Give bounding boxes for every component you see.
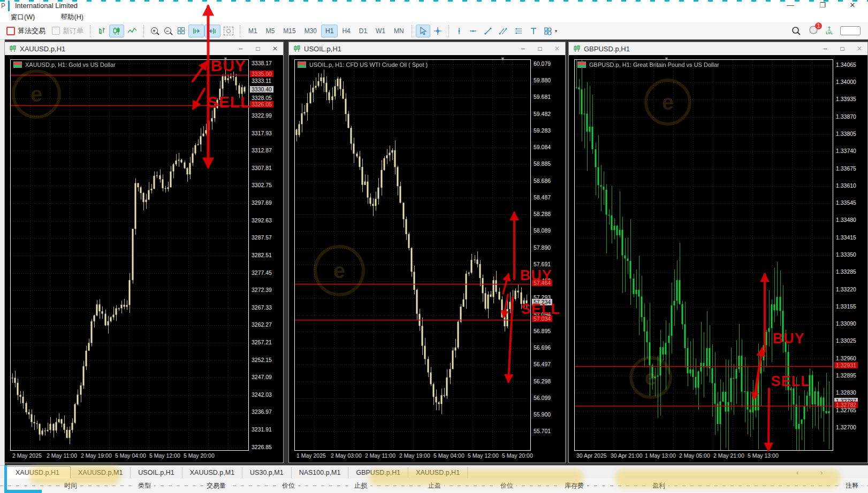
shapes-icon — [544, 27, 552, 35]
toolbox-column-止损: 止损 — [351, 481, 370, 490]
timeframe-h4[interactable]: H4 — [338, 25, 354, 37]
timeframe-m5[interactable]: M5 — [262, 25, 279, 37]
price-tick: 58.089 — [534, 227, 551, 234]
search-icon[interactable] — [791, 26, 801, 36]
candlestick-icon — [112, 27, 121, 35]
zoom-in-button[interactable]: + — [148, 26, 161, 36]
chart-window-titlebar[interactable]: USOIL.p,H1 – □ ✕ — [289, 42, 565, 56]
menu-help[interactable]: 帮助(H) — [56, 12, 89, 23]
timeframe-w1[interactable]: W1 — [372, 25, 389, 37]
price-tick: 3282.51 — [252, 252, 272, 258]
lvl-label: LVL — [826, 31, 833, 35]
toolbox-column-止盈: 止盈 — [425, 481, 444, 490]
bar-chart-mode-button[interactable] — [95, 25, 109, 37]
window-minimize-button[interactable]: – — [519, 45, 527, 52]
tab-XAUUSD.p,M1[interactable]: XAUUSD.p,M1 — [71, 467, 131, 479]
vertical-line-icon — [456, 27, 462, 35]
price-tick: 1.33285 — [836, 268, 856, 275]
chart-symbol-row: XAUUSD.p, H1: Gold vs US Dollar — [13, 61, 116, 68]
cursor-tool-button[interactable] — [416, 25, 430, 37]
window-close-button[interactable]: ✕ — [553, 45, 561, 52]
chart-symbol-label: USOIL.p, H1: CFD US WTI Crude Oil ( Spot… — [309, 61, 428, 68]
chart-window-titlebar[interactable]: GBPUSD.p,H1 – □ ✕ — [569, 42, 867, 56]
trendline-tool-button[interactable] — [481, 25, 495, 37]
price-tick: 3307.81 — [252, 165, 272, 171]
scroll-to-end-marker[interactable]: ▼ — [500, 56, 505, 61]
timeframe-m30[interactable]: M30 — [301, 25, 321, 37]
auto-scroll-button[interactable] — [189, 25, 204, 37]
app-close-button[interactable]: ✕ — [844, 1, 861, 9]
candlestick-chart[interactable] — [10, 59, 249, 451]
tile-windows-button[interactable] — [175, 26, 188, 36]
window-minimize-button[interactable]: – — [821, 45, 829, 52]
candlestick-chart[interactable] — [294, 59, 531, 451]
crosshair-tool-button[interactable] — [431, 25, 445, 37]
horizontal-line-tool-button[interactable] — [466, 26, 480, 36]
line-chart-mode-button[interactable] — [125, 25, 140, 37]
tab-GBPUSD.p,H1[interactable]: GBPUSD.p,H1 — [348, 467, 408, 479]
chart-window-usoil: USOIL.p,H1 – □ ✕ USOIL.p, H1: CFD US WTI… — [288, 42, 566, 463]
price-tick: 1.32830 — [836, 389, 856, 396]
line-chart-icon — [127, 27, 137, 35]
algo-trading-button[interactable]: 算法交易 — [4, 25, 48, 37]
window-minimize-button[interactable]: – — [237, 45, 245, 52]
chart-shift-button[interactable] — [205, 25, 220, 37]
scroll-to-end-marker[interactable]: ▼ — [664, 56, 669, 61]
price-tick: 58.288 — [534, 211, 551, 217]
notifications-button[interactable]: 1 — [809, 25, 818, 37]
price-tick: 1.33155 — [836, 303, 856, 310]
price-tick: 1.32960 — [836, 355, 856, 361]
toolbox-column-注释: 注释 — [842, 481, 862, 490]
price-tick: 1.33090 — [836, 320, 856, 327]
time-axis: 1 May 20252 May 03:002 May 11:002 May 19… — [289, 451, 565, 461]
shapes-dropdown-arrow[interactable]: ▾ — [555, 28, 558, 34]
candlestick-chart[interactable] — [574, 59, 833, 451]
window-close-button[interactable]: ✕ — [856, 45, 863, 52]
candlestick-window-icon — [573, 45, 581, 52]
window-close-button[interactable]: ✕ — [271, 45, 279, 52]
price-tick: 1.34000 — [836, 79, 856, 85]
tab-XAUUSD.p,M1[interactable]: XAUUSD.p,M1 — [182, 467, 242, 479]
crosshair-icon — [433, 27, 442, 35]
price-tick: 58.686 — [534, 178, 551, 184]
timeframe-d1[interactable]: D1 — [355, 25, 371, 37]
lvl-indicator[interactable]: ↥ LVL — [826, 26, 833, 35]
timeframe-m15[interactable]: M15 — [279, 25, 299, 37]
price-axis: 3338.173333.113328.053322.993317.933312.… — [250, 55, 283, 463]
channel-tool-button[interactable] — [496, 25, 510, 37]
scroll-to-end-marker[interactable]: ▼ — [223, 56, 228, 61]
tab-USOIL.p,H1[interactable]: USOIL.p,H1 — [131, 467, 182, 479]
tab-US30.p,M1[interactable]: US30.p,M1 — [242, 467, 292, 479]
timeframe-m1[interactable]: M1 — [245, 25, 261, 37]
toolbar: 算法交易 新订单 + − M1M5M15M30H1H4D1W1MN — [0, 22, 868, 40]
time-tick: 30 Apr 2025 — [576, 452, 607, 459]
window-maximize-button[interactable]: □ — [536, 45, 544, 52]
window-maximize-button[interactable]: □ — [839, 45, 846, 52]
tab-XAUUSD.p,H1[interactable]: XAUUSD.p,H1 — [408, 467, 468, 479]
text-tool-button[interactable] — [527, 25, 540, 37]
app-minimize-button[interactable]: — — [782, 1, 798, 9]
timeframe-h1[interactable]: H1 — [322, 25, 337, 37]
window-maximize-button[interactable]: □ — [254, 45, 262, 52]
timeframe-mn[interactable]: MN — [390, 25, 408, 37]
toolbox-column-盈利: 盈利 — [649, 481, 668, 490]
tab-scroll-left[interactable]: ‹ — [796, 468, 798, 476]
price-tick: 58.487 — [534, 194, 551, 201]
toolbox-header-bar: 时间类型交易量价位止损止盈价位库存费盈利注释 — [0, 479, 868, 493]
price-tick: 3247.09 — [252, 374, 272, 380]
vertical-line-tool-button[interactable] — [453, 25, 465, 37]
tab-XAUUSD.p,H1[interactable]: XAUUSD.p,H1 — [4, 466, 71, 479]
screenshot-button[interactable] — [221, 25, 236, 37]
tab-NAS100.p,M1[interactable]: NAS100.p,M1 — [292, 467, 349, 479]
menu-window[interactable]: 窗口(W) — [5, 12, 40, 23]
shapes-tool-button[interactable]: ▾ — [541, 25, 560, 37]
zoom-out-button[interactable]: − — [162, 26, 174, 36]
app-restore-button[interactable]: ❐ — [814, 1, 831, 9]
chart-window-titlebar[interactable]: XAUUSD.p,H1 – □ ✕ — [5, 42, 283, 56]
tab-scroll-right[interactable]: › — [820, 468, 823, 476]
candlestick-mode-button[interactable] — [110, 25, 124, 37]
fibonacci-tool-button[interactable] — [511, 25, 526, 37]
time-tick: 5 May 12:00 — [149, 452, 180, 459]
new-order-button[interactable]: 新订单 — [49, 25, 86, 37]
lvl-arrow-icon: ↥ — [827, 26, 831, 31]
